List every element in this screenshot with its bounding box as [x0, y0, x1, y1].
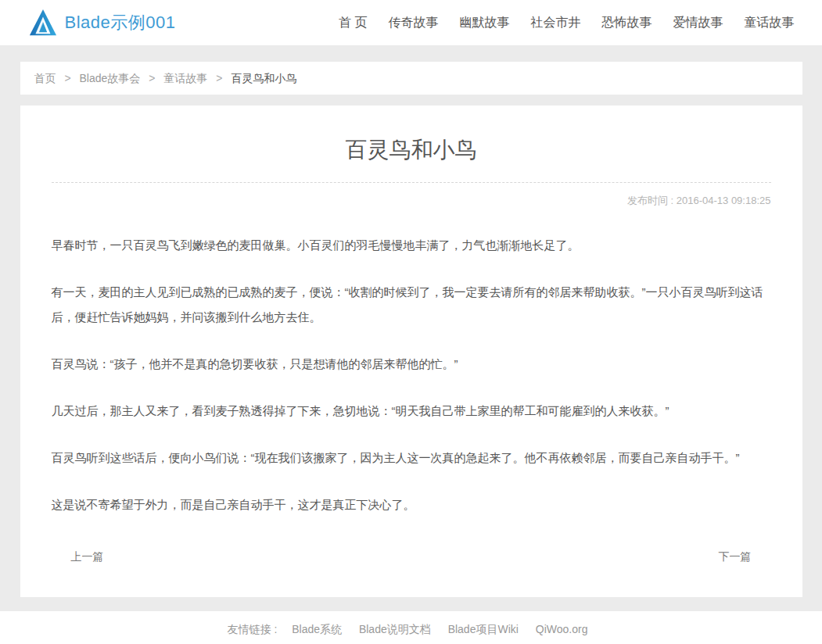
article-paragraph: 百灵鸟听到这些话后，便向小鸟们说：“现在我们该搬家了，因为主人这一次真的急起来了…	[52, 445, 771, 470]
article-title: 百灵鸟和小鸟	[52, 135, 771, 165]
breadcrumb-category[interactable]: 童话故事	[163, 72, 207, 84]
nav-item-legend-stories[interactable]: 传奇故事	[389, 15, 439, 31]
page-body-band: 首页 > Blade故事会 > 童话故事 > 百灵鸟和小鸟 百灵鸟和小鸟 发布时…	[0, 46, 822, 611]
prev-article-link[interactable]: 上一篇	[71, 550, 104, 564]
nav-item-home[interactable]: 首 页	[339, 15, 367, 31]
breadcrumb-separator: >	[149, 72, 155, 84]
article-pager: 上一篇 下一篇	[52, 550, 771, 564]
footer-link-blade-wiki[interactable]: Blade项目Wiki	[448, 623, 519, 635]
friend-links-row: 友情链接 : Blade系统 Blade说明文档 Blade项目Wiki QiW…	[20, 611, 802, 644]
article-card: 百灵鸟和小鸟 发布时间 : 2016-04-13 09:18:25 早春时节，一…	[20, 106, 802, 597]
breadcrumb-separator: >	[216, 72, 222, 84]
site-logo[interactable]: Blade示例001	[28, 8, 176, 38]
nav-item-humor-stories[interactable]: 幽默故事	[460, 15, 510, 31]
main-nav: 首 页 传奇故事 幽默故事 社会市井 恐怖故事 爱情故事 童话故事	[339, 15, 794, 31]
friend-links-label: 友情链接 :	[228, 623, 278, 635]
breadcrumb-separator: >	[64, 72, 70, 84]
site-header: Blade示例001 首 页 传奇故事 幽默故事 社会市井 恐怖故事 爱情故事 …	[0, 0, 822, 46]
article-paragraph: 几天过后，那主人又来了，看到麦子熟透得掉了下来，急切地说：“明天我自己带上家里的…	[52, 399, 771, 424]
logo-icon	[28, 8, 58, 38]
article-paragraph: 这是说不寄希望于外力，而是自己亲自动手干，这才是真正下决心了。	[52, 492, 771, 517]
breadcrumb-story-hub[interactable]: Blade故事会	[79, 72, 140, 84]
footer-link-qiwoo[interactable]: QiWoo.org	[536, 623, 588, 635]
title-divider	[52, 182, 771, 183]
footer-link-blade-system[interactable]: Blade系统	[292, 623, 342, 635]
logo-text: Blade示例001	[65, 11, 176, 34]
footer-link-blade-docs[interactable]: Blade说明文档	[359, 623, 431, 635]
article-paragraph: 百灵鸟说：“孩子，他并不是真的急切要收获，只是想请他的邻居来帮他的忙。”	[52, 352, 771, 377]
breadcrumb: 首页 > Blade故事会 > 童话故事 > 百灵鸟和小鸟	[20, 62, 802, 95]
nav-item-society-stories[interactable]: 社会市井	[531, 15, 581, 31]
article-content: 早春时节，一只百灵鸟飞到嫩绿色的麦田做巢。小百灵们的羽毛慢慢地丰满了，力气也渐渐…	[52, 233, 771, 517]
breadcrumb-home[interactable]: 首页	[34, 72, 56, 84]
nav-item-fairy-tales[interactable]: 童话故事	[745, 15, 795, 31]
nav-item-horror-stories[interactable]: 恐怖故事	[602, 15, 652, 31]
site-footer: 友情链接 : Blade系统 Blade说明文档 Blade项目Wiki QiW…	[0, 611, 822, 644]
article-paragraph: 早春时节，一只百灵鸟飞到嫩绿色的麦田做巢。小百灵们的羽毛慢慢地丰满了，力气也渐渐…	[52, 233, 771, 258]
nav-item-love-stories[interactable]: 爱情故事	[673, 15, 723, 31]
next-article-link[interactable]: 下一篇	[719, 550, 752, 564]
publish-time: 发布时间 : 2016-04-13 09:18:25	[52, 194, 771, 208]
breadcrumb-current-page: 百灵鸟和小鸟	[231, 72, 296, 84]
article-paragraph: 有一天，麦田的主人见到已成熟的已成熟的麦子，便说：“收割的时候到了，我一定要去请…	[52, 280, 771, 330]
